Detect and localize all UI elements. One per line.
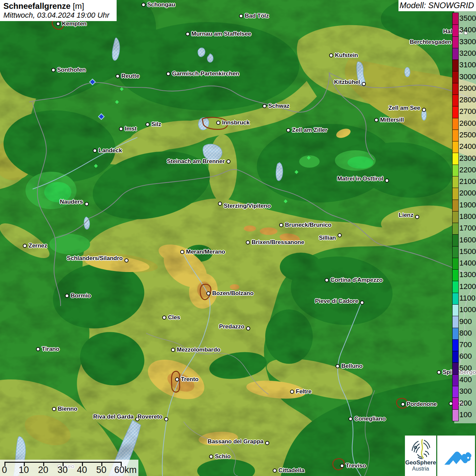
city-label: Rovereto bbox=[137, 413, 163, 420]
city-label: Bormio bbox=[71, 292, 91, 299]
city-label: Cittadella bbox=[278, 467, 305, 474]
colorbar-segment bbox=[453, 304, 458, 316]
city-dot bbox=[85, 202, 89, 206]
city-layer: SchongauBad TölzKemptenMurnau am Staffel… bbox=[0, 0, 476, 476]
city-marker: Kufstein bbox=[329, 52, 358, 59]
city-marker: Bad Tölz bbox=[239, 13, 269, 19]
city-label: Pordenone bbox=[407, 401, 437, 408]
city-marker: Kempten bbox=[56, 20, 87, 27]
city-label: Sillian bbox=[319, 235, 336, 241]
city-label: Schio bbox=[215, 453, 231, 460]
colorbar-segment bbox=[453, 60, 458, 71]
city-marker: Bienno bbox=[52, 406, 78, 412]
city-dot bbox=[141, 3, 146, 7]
city-label: Garmisch-Partenkirchen bbox=[172, 70, 239, 77]
city-marker: Innsbruck bbox=[216, 119, 250, 126]
city-marker: Riva del Garda bbox=[93, 416, 139, 423]
city-dot bbox=[329, 53, 333, 57]
partner-logo-box bbox=[437, 436, 475, 476]
city-marker: Zell am Ziller bbox=[286, 127, 327, 134]
city-marker: Pieve di Cadore bbox=[315, 299, 364, 306]
city-marker: Reutte bbox=[116, 73, 139, 80]
city-marker: Bruneck/Brunico bbox=[279, 222, 332, 228]
city-label: Treviso bbox=[346, 462, 366, 469]
colorbar-segment bbox=[453, 188, 458, 199]
city-label: Kitzbühel bbox=[334, 79, 360, 86]
city-label: Meran/Merano bbox=[186, 249, 225, 255]
colorbar-segment bbox=[453, 246, 458, 258]
scalebar-label: 10 bbox=[19, 465, 29, 475]
city-marker: Cittadella bbox=[273, 467, 305, 474]
colorbar-segment bbox=[453, 386, 458, 397]
geosphere-name: GeoSphere bbox=[405, 459, 436, 466]
colorbar-segment bbox=[453, 258, 458, 269]
city-marker: Cles bbox=[162, 314, 180, 321]
city-label: Imst bbox=[125, 125, 137, 132]
city-dot bbox=[175, 377, 179, 381]
city-dot bbox=[325, 278, 329, 282]
city-label: Cortina d'Ampezzo bbox=[330, 277, 382, 284]
colorbar-segment bbox=[453, 118, 458, 130]
colorbar-segment bbox=[453, 293, 458, 304]
city-dot bbox=[246, 240, 250, 244]
city-marker: Matrei in Osttirol bbox=[337, 177, 389, 184]
city-label: Trento bbox=[181, 376, 199, 383]
colorbar-segment bbox=[453, 130, 458, 141]
city-marker: Conegliano bbox=[348, 415, 386, 422]
city-label: Riva del Garda bbox=[93, 413, 134, 420]
colorbar-segment bbox=[453, 409, 458, 421]
city-dot bbox=[216, 121, 220, 125]
city-marker: Feltre bbox=[290, 388, 311, 395]
city-label: Sonthofen bbox=[57, 67, 86, 73]
city-marker: Brixen/Bressanone bbox=[246, 239, 304, 246]
city-marker: Zernez bbox=[23, 242, 47, 249]
city-dot bbox=[164, 417, 168, 421]
colorbar-segment bbox=[453, 223, 458, 234]
city-marker: Belluno bbox=[336, 363, 362, 370]
colorbar-segment bbox=[453, 328, 458, 339]
scalebar-label: 0 bbox=[2, 465, 7, 475]
city-marker: Garmisch-Partenkirchen bbox=[166, 70, 239, 77]
city-label: Pieve di Cadore bbox=[315, 298, 358, 305]
city-label: Kufstein bbox=[335, 52, 358, 59]
colorbar-segment bbox=[453, 83, 458, 95]
city-dot bbox=[286, 128, 290, 132]
colorbar-segment bbox=[453, 374, 458, 386]
city-dot bbox=[340, 464, 344, 468]
colorbar-segment bbox=[453, 165, 458, 176]
city-label: Brixen/Bressanone bbox=[252, 239, 304, 246]
colorbar-segment bbox=[453, 141, 458, 153]
city-marker: Predazzo bbox=[219, 325, 250, 332]
city-dot bbox=[218, 202, 222, 206]
colorbar-segment bbox=[453, 36, 458, 48]
city-dot bbox=[273, 469, 277, 473]
colorbar-segment bbox=[453, 106, 458, 118]
colorbar-segment bbox=[453, 316, 458, 327]
city-marker: Schwaz bbox=[262, 103, 289, 109]
city-dot bbox=[290, 390, 294, 394]
city-label: Bozen/Bolzano bbox=[212, 290, 254, 297]
city-dot bbox=[166, 72, 170, 76]
colorbar-segment bbox=[453, 281, 458, 292]
city-marker: Sonthofen bbox=[51, 67, 86, 73]
city-marker: Rovereto bbox=[137, 416, 168, 423]
city-dot bbox=[209, 455, 213, 459]
city-dot bbox=[437, 370, 441, 374]
scalebar-label: 60km bbox=[114, 465, 137, 475]
city-label: Reutte bbox=[121, 73, 139, 80]
city-dot bbox=[119, 127, 123, 131]
city-dot bbox=[124, 258, 129, 262]
city-label: Schlanders/Silandro bbox=[67, 255, 123, 262]
city-marker: Bassano del Grappa bbox=[208, 440, 269, 446]
city-label: Mittersill bbox=[380, 117, 404, 123]
city-dot bbox=[93, 149, 97, 153]
city-marker: Trento bbox=[175, 376, 199, 383]
city-marker: Berchtesgaden bbox=[410, 39, 457, 46]
city-label: Landeck bbox=[99, 147, 122, 154]
city-marker: Pordenone bbox=[401, 401, 437, 408]
city-marker: Bormio bbox=[65, 292, 91, 299]
city-label: Silz bbox=[151, 121, 161, 128]
city-marker: Bozen/Bolzano bbox=[206, 290, 254, 297]
city-dot bbox=[336, 364, 340, 368]
city-label: Bad Tölz bbox=[245, 13, 269, 19]
